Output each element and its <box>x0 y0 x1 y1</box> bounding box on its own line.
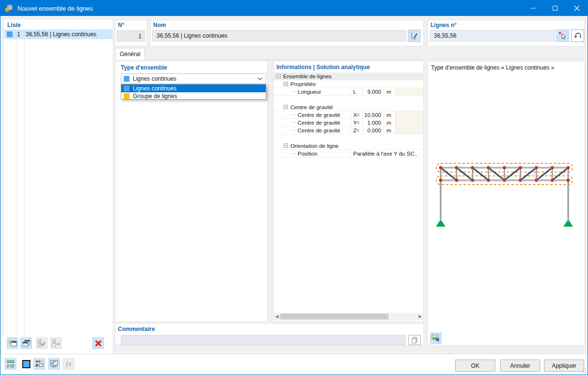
select-lines-button[interactable] <box>556 29 569 42</box>
select-all-button[interactable] <box>36 337 47 349</box>
dropdown-option-label: Lignes continues <box>133 85 176 92</box>
horizontal-scrollbar[interactable]: < > <box>274 313 423 320</box>
list-item-label: 36,55,56 | Lignes continues <box>22 31 97 38</box>
bottom-bar <box>0 354 588 375</box>
copy-line-set-button[interactable] <box>20 337 32 349</box>
table-row: Longueur L 9.000 m <box>274 88 423 96</box>
tree-tick <box>291 153 296 154</box>
extra-cell <box>395 119 423 126</box>
collapse-toggle[interactable] <box>284 82 288 86</box>
comment-combobox[interactable] <box>121 335 406 345</box>
decimal-places-button[interactable]: 0,00 <box>5 358 16 370</box>
type-combobox[interactable]: Lignes continues <box>121 73 266 84</box>
lines-field[interactable]: 36,55,56 <box>430 30 555 42</box>
symbol: Y <box>353 120 357 126</box>
info-header: Informations | Solution analytique <box>276 64 370 71</box>
pick-cursor-icon <box>559 32 567 40</box>
formula-button[interactable]: f𝑥 <box>63 358 74 370</box>
collapse-toggle[interactable] <box>284 144 288 148</box>
ok-button[interactable]: OK <box>455 360 495 372</box>
svg-text:★: ★ <box>8 339 13 345</box>
cancel-button[interactable]: Annuler <box>500 360 540 372</box>
display-options-button[interactable]: A <box>33 358 45 370</box>
unit: m <box>384 127 395 134</box>
edit-name-button[interactable] <box>408 29 421 42</box>
svg-text:A: A <box>35 363 39 368</box>
row-label: Centre de gravité <box>298 128 340 133</box>
unit: m <box>384 88 395 95</box>
lines-card: Lignes n° 36,55,56 <box>428 20 585 46</box>
maximize-button[interactable] <box>544 0 566 15</box>
resize-grip[interactable] <box>581 368 586 373</box>
collapse-toggle[interactable] <box>284 105 288 109</box>
pages-icon <box>411 337 418 344</box>
color-swatch-button[interactable] <box>20 358 32 370</box>
close-button[interactable] <box>566 0 588 15</box>
new-window-icon: ★ <box>8 339 17 347</box>
delete-line-set-button[interactable] <box>92 337 104 349</box>
value: Parallèle à l'axe Y du SC.. <box>350 150 423 157</box>
check-all-icon <box>37 339 46 347</box>
scrollbar-thumb[interactable] <box>280 314 388 319</box>
value: 10.500 <box>362 111 384 118</box>
lines-label: Lignes n° <box>430 22 457 29</box>
collapse-toggle[interactable] <box>276 74 281 78</box>
symbol: L <box>353 89 356 95</box>
copy-comment-button[interactable] <box>408 335 421 345</box>
row-label: Ensemble de lignes <box>283 73 331 79</box>
invert-selection-button[interactable] <box>50 337 62 349</box>
comment-panel: Commentaire <box>115 323 424 346</box>
fx-icon: f𝑥 <box>66 360 72 368</box>
apply-button[interactable]: Appliquer <box>544 360 584 372</box>
window-title: Nouvel ensemble de lignes <box>17 5 93 12</box>
scroll-right-arrow[interactable]: > <box>416 313 423 320</box>
table-row: Propriétés <box>274 80 423 88</box>
info-table: Ensemble de lignes Propriétés Longueur L… <box>274 72 423 158</box>
comment-label: Commentaire <box>118 326 155 332</box>
color-swatch-icon <box>22 360 30 368</box>
delete-x-icon <box>95 340 102 347</box>
row-label: Propriétés <box>290 81 316 87</box>
preview-title: Type d'ensemble de lignes « Lignes conti… <box>431 64 554 71</box>
table-row: Centre de gravité YC 1.000 m <box>274 119 423 127</box>
row-label: Centre de gravité <box>298 120 340 126</box>
minimize-icon <box>531 8 536 9</box>
continuous-lines-swatch-icon <box>124 76 129 82</box>
number-field[interactable]: 1 <box>117 30 145 42</box>
info-panel: Informations | Solution analytique Ensem… <box>273 61 424 322</box>
list-item[interactable]: 1 36,55,56 | Lignes continues <box>4 29 113 39</box>
new-line-set-button[interactable]: ★ <box>7 337 18 349</box>
apply-to-view-button[interactable] <box>48 358 60 370</box>
tree-tick <box>291 130 296 130</box>
value: 9.000 <box>362 88 384 95</box>
dropdown-option-groupe-de-lignes[interactable]: Groupe de lignes <box>121 92 266 100</box>
save-image-icon <box>431 334 440 343</box>
toggle-check-icon <box>52 339 60 347</box>
extra-cell <box>395 111 423 118</box>
symbol: X <box>353 112 357 118</box>
table-spacer-row <box>274 134 423 142</box>
dropdown-option-lignes-continues[interactable]: Lignes continues <box>121 85 266 92</box>
row-label: Longueur <box>298 89 321 95</box>
type-dropdown-list: Lignes continues Groupe de lignes <box>121 84 266 100</box>
table-row: Centre de gravité <box>274 103 423 111</box>
revert-lines-button[interactable] <box>571 29 584 42</box>
unit: m <box>384 119 395 126</box>
unit: m <box>384 111 395 118</box>
ruler-icon <box>7 361 14 363</box>
return-arrow-icon <box>574 32 582 40</box>
row-label: Centre de gravité <box>298 112 340 118</box>
type-label: Type d'ensemble <box>121 64 167 71</box>
chevron-down-icon <box>258 77 262 80</box>
tab-general[interactable]: Général <box>115 48 145 60</box>
save-image-button[interactable] <box>430 332 442 344</box>
preview-panel: Type d'ensemble de lignes « Lignes conti… <box>428 61 585 346</box>
titlebar[interactable]: 6 Nouvel ensemble de lignes <box>0 0 588 16</box>
table-row: Centre de gravité XC 10.500 m <box>274 111 423 119</box>
copy-windows-icon <box>22 339 31 347</box>
dropdown-option-label: Groupe de lignes <box>133 93 177 100</box>
type-combobox-value: Lignes continues <box>133 75 176 82</box>
list-column-divider <box>16 29 16 335</box>
minimize-button[interactable] <box>522 0 544 15</box>
name-field[interactable]: 36,55,56 | Lignes continues <box>152 30 406 42</box>
